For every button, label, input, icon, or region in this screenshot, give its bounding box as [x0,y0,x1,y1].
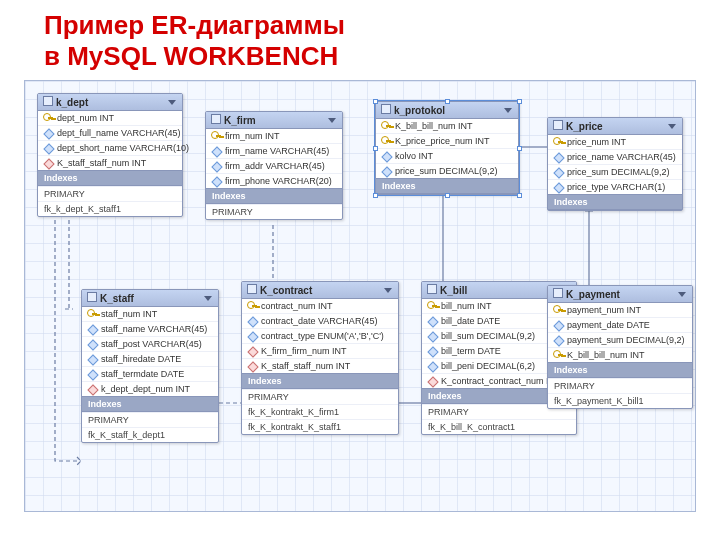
column-row[interactable]: K_bill_bill_num INT [548,347,692,362]
index-row[interactable]: PRIMARY [38,186,182,201]
column-icon [43,128,53,138]
column-row[interactable]: firm_name VARCHAR(45) [206,143,342,158]
column-row[interactable]: price_type VARCHAR(1) [548,179,682,194]
index-row[interactable]: fk_K_payment_K_bill1 [548,393,692,408]
column-text: staff_num INT [101,309,157,319]
column-row[interactable]: staff_termdate DATE [82,366,218,381]
table-header[interactable]: k_protokol [376,102,518,119]
column-row[interactable]: dept_full_name VARCHAR(45) [38,125,182,140]
column-icon [211,146,221,156]
fk-icon [247,346,257,356]
column-row[interactable]: K_staff_staff_num INT [242,358,398,373]
column-row[interactable]: payment_date DATE [548,317,692,332]
chevron-down-icon[interactable] [678,292,686,297]
column-row[interactable]: firm_addr VARCHAR(45) [206,158,342,173]
chevron-down-icon[interactable] [328,118,336,123]
chevron-down-icon[interactable] [384,288,392,293]
chevron-down-icon[interactable] [504,108,512,113]
indexes-header[interactable]: Indexes [206,188,342,204]
resize-handle[interactable] [373,146,378,151]
resize-handle[interactable] [517,193,522,198]
chevron-down-icon[interactable] [668,124,676,129]
indexes-header[interactable]: Indexes [548,194,682,210]
indexes-header[interactable]: Indexes [376,178,518,194]
indexes-header[interactable]: Indexes [242,373,398,389]
column-icon [211,176,221,186]
index-row[interactable]: fk_K_kontrakt_K_firm1 [242,404,398,419]
column-text: K_firm_firm_num INT [261,346,347,356]
resize-handle[interactable] [445,99,450,104]
column-icon [87,369,97,379]
column-row[interactable]: payment_num INT [548,303,692,317]
resize-handle[interactable] [517,146,522,151]
index-row[interactable]: fk_K_staff_k_dept1 [82,427,218,442]
key-icon [247,301,257,311]
resize-handle[interactable] [445,193,450,198]
column-text: bill_peni DECIMAL(6,2) [441,361,535,371]
column-row[interactable]: kolvo INT [376,148,518,163]
column-row[interactable]: K_bill_bill_num INT [376,119,518,133]
resize-handle[interactable] [373,99,378,104]
table-K_firm[interactable]: K_firmfirm_num INTfirm_name VARCHAR(45)f… [205,111,343,220]
indexes-header[interactable]: Indexes [548,362,692,378]
column-row[interactable]: K_staff_staff_num INT [38,155,182,170]
column-row[interactable]: staff_name VARCHAR(45) [82,321,218,336]
index-row[interactable]: PRIMARY [242,389,398,404]
column-row[interactable]: contract_date VARCHAR(45) [242,313,398,328]
column-row[interactable]: price_name VARCHAR(45) [548,149,682,164]
column-text: price_num INT [567,137,626,147]
column-row[interactable]: firm_phone VARCHAR(20) [206,173,342,188]
table-k_protokol[interactable]: k_protokolK_bill_bill_num INTK_price_pri… [375,101,519,195]
table-k_dept[interactable]: k_deptdept_num INTdept_full_name VARCHAR… [37,93,183,217]
table-K_contract[interactable]: K_contractcontract_num INTcontract_date … [241,281,399,435]
table-header[interactable]: K_staff [82,290,218,307]
page-title: Пример ER-диаграммы в MySQL WORKBENCH [0,0,720,80]
table-K_staff[interactable]: K_staffstaff_num INTstaff_name VARCHAR(4… [81,289,219,443]
column-row[interactable]: price_sum DECIMAL(9,2) [376,163,518,178]
table-header[interactable]: K_payment [548,286,692,303]
column-row[interactable]: contract_num INT [242,299,398,313]
column-icon [43,143,53,153]
indexes-header[interactable]: Indexes [82,396,218,412]
chevron-down-icon[interactable] [204,296,212,301]
column-row[interactable]: staff_post VARCHAR(45) [82,336,218,351]
column-row[interactable]: contract_type ENUM('A','B','C') [242,328,398,343]
table-name: K_staff [100,293,134,304]
column-row[interactable]: k_dept_dept_num INT [82,381,218,396]
column-row[interactable]: price_num INT [548,135,682,149]
column-icon [427,361,437,371]
column-row[interactable]: K_price_price_num INT [376,133,518,148]
chevron-down-icon[interactable] [168,100,176,105]
resize-handle[interactable] [517,99,522,104]
index-row[interactable]: fk_K_bill_K_contract1 [422,419,576,434]
table-header[interactable]: K_contract [242,282,398,299]
column-text: price_sum DECIMAL(9,2) [395,166,498,176]
column-row[interactable]: dept_short_name VARCHAR(10) [38,140,182,155]
er-canvas[interactable]: k_deptdept_num INTdept_full_name VARCHAR… [24,80,696,512]
table-K_price[interactable]: K_priceprice_num INTprice_name VARCHAR(4… [547,117,683,211]
column-text: payment_sum DECIMAL(9,2) [567,335,685,345]
column-row[interactable]: payment_sum DECIMAL(9,2) [548,332,692,347]
key-icon [211,131,221,141]
table-name: K_contract [260,285,312,296]
table-header[interactable]: k_dept [38,94,182,111]
index-row[interactable]: fk_k_dept_K_staff1 [38,201,182,216]
column-row[interactable]: K_firm_firm_num INT [242,343,398,358]
index-row[interactable]: fk_K_kontrakt_K_staff1 [242,419,398,434]
table-K_payment[interactable]: K_paymentpayment_num INTpayment_date DAT… [547,285,693,409]
column-icon [87,339,97,349]
column-row[interactable]: firm_num INT [206,129,342,143]
column-row[interactable]: dept_num INT [38,111,182,125]
column-row[interactable]: price_sum DECIMAL(9,2) [548,164,682,179]
index-row[interactable]: PRIMARY [82,412,218,427]
column-row[interactable]: staff_hiredate DATE [82,351,218,366]
column-text: dept_short_name VARCHAR(10) [57,143,189,153]
resize-handle[interactable] [373,193,378,198]
index-row[interactable]: PRIMARY [548,378,692,393]
index-row[interactable]: PRIMARY [206,204,342,219]
column-row[interactable]: staff_num INT [82,307,218,321]
indexes-header[interactable]: Indexes [38,170,182,186]
table-header[interactable]: K_firm [206,112,342,129]
column-text: K_contract_contract_num INT [441,376,561,386]
table-header[interactable]: K_price [548,118,682,135]
